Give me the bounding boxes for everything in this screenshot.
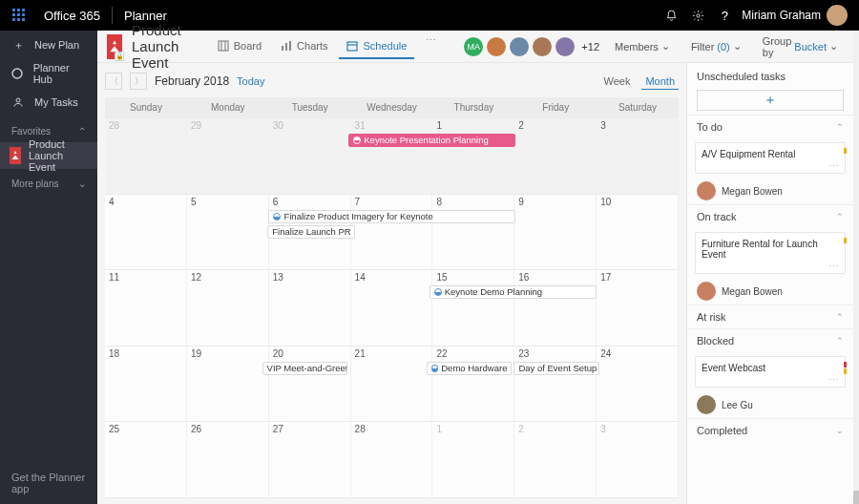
calendar-day-cell[interactable]: 1	[432, 422, 514, 497]
person-icon	[11, 95, 25, 109]
today-button[interactable]: Today	[237, 75, 264, 87]
scrollbar-thumb[interactable]	[853, 491, 859, 504]
more-plans-section[interactable]: More plans ⌄	[0, 169, 97, 195]
calendar-day-cell[interactable]: 9	[514, 195, 597, 270]
member-avatar	[555, 36, 576, 57]
task-title: A/V Equipment Rental	[702, 149, 839, 159]
calendar-day-cell[interactable]: 3	[597, 422, 679, 497]
global-top-bar: Office 365 Planner ? Miriam Graham	[0, 0, 859, 31]
chart-icon	[281, 40, 292, 52]
bucket-ontrack[interactable]: On track⌃	[687, 204, 853, 228]
chevron-down-icon: ⌄	[733, 40, 742, 52]
more-tabs-icon[interactable]: ⋯	[418, 34, 444, 59]
plan-tile-icon	[10, 147, 21, 164]
plan-tile: 🔒	[107, 34, 122, 59]
settings-gear-icon[interactable]	[684, 10, 711, 22]
task-card[interactable]: Event Webcast ⋯	[695, 356, 846, 388]
sidebar-plan-item[interactable]: Product Launch Event	[0, 142, 97, 169]
calendar-day-cell[interactable]: 15	[432, 270, 514, 346]
calendar-day-cell[interactable]: 26	[187, 422, 269, 497]
calendar-view: 〈 〉 February 2018 Today Week Month Sunda…	[97, 63, 686, 504]
get-app-link[interactable]: Get the Planner app	[0, 462, 97, 504]
notifications-icon[interactable]	[658, 10, 684, 22]
calendar-event[interactable]: Finalize Launch PR	[267, 225, 355, 239]
user-menu[interactable]: Miriam Graham	[738, 5, 851, 26]
planner-hub-link[interactable]: Planner Hub	[0, 59, 97, 88]
calendar-day-cell[interactable]: 31	[351, 118, 433, 194]
calendar-day-cell[interactable]: 7	[351, 195, 433, 270]
svg-rect-7	[17, 18, 20, 21]
calendar-day-cell[interactable]: 2	[514, 422, 597, 497]
bucket-blocked[interactable]: Blocked⌃	[687, 328, 853, 352]
bucket-todo[interactable]: To do⌃	[687, 115, 853, 138]
help-icon[interactable]: ?	[711, 9, 738, 23]
card-menu-icon[interactable]: ⋯	[702, 377, 839, 383]
task-card[interactable]: Furniture Rental for Launch Event ⋯	[695, 232, 846, 274]
calendar-day-cell[interactable]: 19	[187, 346, 269, 422]
scrollbar[interactable]	[853, 31, 859, 504]
tab-schedule[interactable]: Schedule	[339, 34, 414, 59]
calendar-day-cell[interactable]: 14	[351, 270, 433, 346]
calendar-day-cell[interactable]: 28	[351, 422, 433, 497]
bucket-completed[interactable]: Completed⌄	[687, 418, 853, 442]
svg-point-10	[12, 69, 22, 78]
calendar-day-cell[interactable]: 25	[105, 422, 187, 497]
calendar-event[interactable]: Keynote Presentation Planning	[348, 134, 515, 147]
view-week-tab[interactable]: Week	[600, 74, 635, 89]
calendar-day-cell[interactable]: 2	[514, 118, 597, 194]
calendar-day-cell[interactable]: 21	[351, 346, 433, 422]
app-name[interactable]: Planner	[116, 9, 175, 23]
calendar-day-cell[interactable]: 4	[105, 195, 187, 270]
calendar-day-cell[interactable]: 24	[597, 346, 679, 422]
calendar-event[interactable]: VIP Meet-and-Greet	[262, 362, 347, 375]
weekday-label: Thursday	[432, 97, 514, 118]
calendar-day-cell[interactable]: 3	[597, 118, 679, 194]
members-dropdown[interactable]: Members⌄	[609, 40, 676, 52]
view-month-tab[interactable]: Month	[641, 74, 679, 90]
task-title: Furniture Rental for Launch Event	[702, 239, 839, 260]
calendar-day-cell[interactable]: 28	[105, 118, 187, 194]
bucket-atrisk[interactable]: At risk⌃	[687, 304, 853, 328]
calendar-day-cell[interactable]: 16	[514, 270, 597, 346]
calendar-day-cell[interactable]: 17	[597, 270, 679, 346]
my-tasks-link[interactable]: My Tasks	[0, 88, 97, 116]
calendar-day-cell[interactable]: 29	[187, 118, 269, 194]
new-plan-button[interactable]: ＋ New Plan	[0, 31, 97, 59]
card-menu-icon[interactable]: ⋯	[702, 263, 839, 269]
plus-icon: ＋	[11, 38, 25, 52]
calendar-day-cell[interactable]: 20	[269, 346, 351, 422]
svg-rect-15	[282, 46, 283, 51]
calendar-day-cell[interactable]: 1	[432, 118, 514, 194]
calendar-day-cell[interactable]: 23	[514, 346, 597, 422]
member-avatars[interactable]: MA +12	[463, 36, 599, 57]
next-month-button[interactable]: 〉	[130, 73, 147, 90]
svg-rect-6	[12, 18, 15, 21]
calendar-day-cell[interactable]: 8	[432, 195, 514, 270]
filter-dropdown[interactable]: Filter(0)⌄	[685, 40, 747, 52]
calendar-day-cell[interactable]: 11	[105, 270, 187, 346]
member-avatar	[509, 36, 530, 57]
task-card[interactable]: A/V Equipment Rental ⋯	[695, 142, 846, 174]
calendar-day-cell[interactable]: 12	[187, 270, 269, 346]
card-menu-icon[interactable]: ⋯	[702, 163, 839, 169]
calendar-day-cell[interactable]: 13	[269, 270, 351, 346]
calendar-day-cell[interactable]: 27	[269, 422, 351, 497]
calendar-day-cell[interactable]: 5	[187, 195, 269, 270]
calendar-event[interactable]: Finalize Product Imagery for Keynote	[268, 210, 514, 223]
calendar-day-cell[interactable]: 18	[105, 346, 187, 422]
tab-charts[interactable]: Charts	[273, 34, 335, 59]
group-by-dropdown[interactable]: Group byBucket⌄	[757, 35, 844, 58]
tab-board[interactable]: Board	[210, 34, 269, 59]
add-task-button[interactable]: ＋	[697, 90, 844, 111]
calendar-day-cell[interactable]: 30	[269, 118, 351, 194]
calendar-event[interactable]: Day of Event Setup	[513, 362, 598, 375]
calendar-event[interactable]: Keynote Demo Planning	[430, 285, 597, 299]
calendar-day-cell[interactable]: 10	[597, 195, 679, 270]
prev-month-button[interactable]: 〈	[105, 73, 122, 90]
calendar-day-cell[interactable]: 22	[432, 346, 514, 422]
svg-rect-3	[12, 13, 15, 16]
calendar-week: 25262728123	[105, 422, 679, 498]
calendar-event[interactable]: Demo Hardware	[427, 362, 512, 375]
suite-brand[interactable]: Office 365	[36, 9, 108, 23]
app-launcher-icon[interactable]	[8, 4, 31, 27]
